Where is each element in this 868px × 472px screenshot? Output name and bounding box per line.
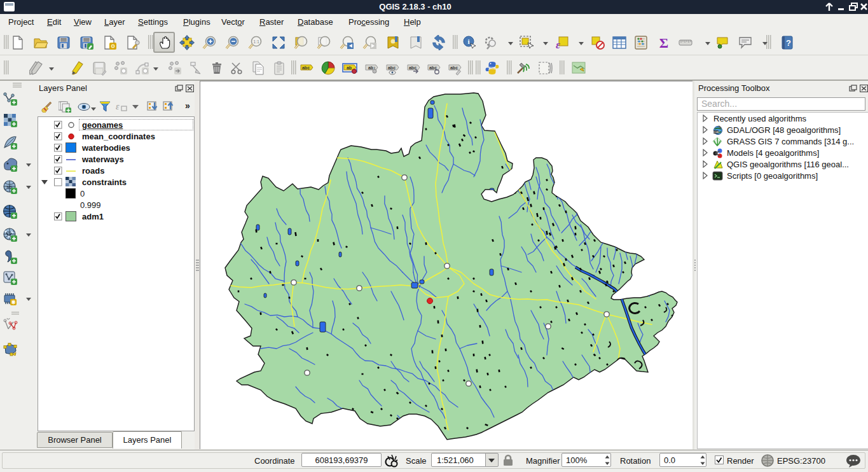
svg-text:abc: abc <box>302 66 310 70</box>
svg-text:abc: abc <box>429 66 437 70</box>
svg-text:Σ: Σ <box>659 35 668 50</box>
svg-text:abc: abc <box>409 66 417 70</box>
svg-text:1:1: 1:1 <box>253 39 259 44</box>
svg-text:ε: ε <box>556 39 560 50</box>
svg-text:i: i <box>467 38 469 45</box>
svg-text:ab: ab <box>347 66 352 70</box>
svg-text:ε: ε <box>116 102 120 111</box>
svg-text:GDAL: GDAL <box>713 130 720 134</box>
svg-text:abc: abc <box>388 66 396 70</box>
svg-text:ab: ab <box>368 66 373 70</box>
svg-text:?: ? <box>786 38 791 48</box>
svg-text:abc: abc <box>450 66 458 70</box>
